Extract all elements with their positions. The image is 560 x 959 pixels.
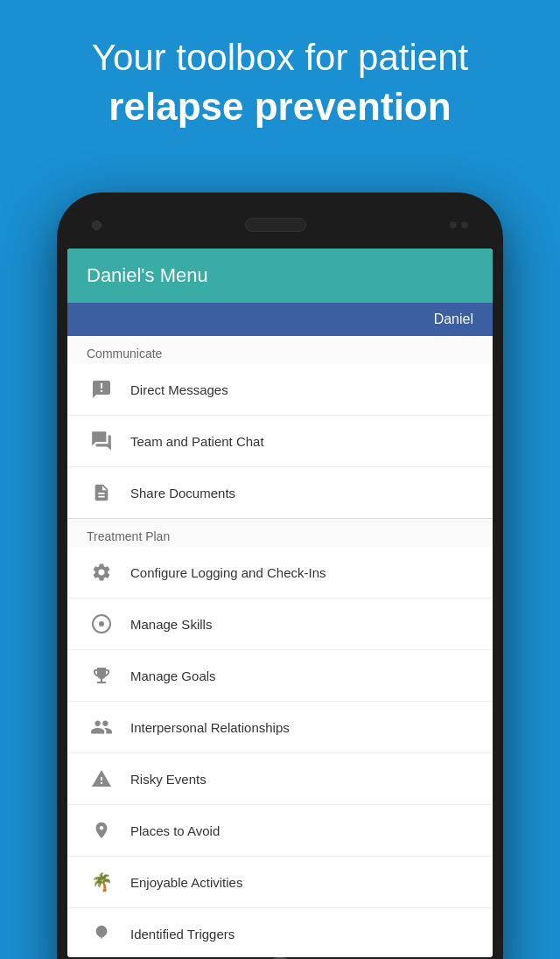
interpersonal-label: Interpersonal Relationships: [130, 720, 290, 735]
section-communicate: Communicate Direct Messages: [67, 336, 493, 519]
menu-item-team-chat[interactable]: Team and Patient Chat: [67, 416, 493, 467]
hero-line1: Your toolbox for patient: [35, 35, 525, 81]
team-chat-icon: [87, 426, 116, 456]
app-header: Daniel's Menu: [67, 248, 493, 303]
triggers-icon: [87, 919, 116, 948]
configure-logging-label: Configure Logging and Check-Ins: [130, 565, 326, 580]
goals-icon: [87, 661, 116, 690]
front-camera: [92, 220, 102, 230]
app-header-title: Daniel's Menu: [87, 264, 473, 287]
menu-item-identified-triggers[interactable]: Identified Triggers: [67, 908, 493, 957]
section-header-treatment: Treatment Plan: [67, 519, 493, 547]
risky-events-icon: [87, 764, 116, 794]
skills-icon: [87, 609, 116, 639]
configure-icon: [87, 557, 116, 587]
menu-content: Communicate Direct Messages: [67, 336, 493, 957]
speaker-grille: [245, 218, 306, 232]
manage-goals-label: Manage Goals: [130, 668, 216, 683]
svg-point-1: [99, 621, 104, 626]
section-header-communicate: Communicate: [67, 336, 493, 364]
interpersonal-icon: [87, 712, 116, 742]
share-documents-label: Share Documents: [130, 486, 235, 500]
menu-item-enjoyable-activities[interactable]: 🌴 Enjoyable Activities: [67, 857, 493, 908]
enjoyable-activities-label: Enjoyable Activities: [130, 875, 242, 890]
phone-screen: Daniel's Menu Daniel Communicate: [67, 248, 493, 957]
manage-skills-label: Manage Skills: [130, 617, 212, 632]
direct-messages-label: Direct Messages: [130, 382, 228, 397]
user-name-label: Daniel: [434, 312, 473, 326]
enjoyable-icon: 🌴: [87, 867, 116, 897]
hero-line2: relapse prevention: [35, 81, 525, 131]
direct-messages-icon: [87, 374, 116, 404]
places-icon: [87, 816, 116, 845]
menu-item-configure-logging[interactable]: Configure Logging and Check-Ins: [67, 547, 493, 598]
app-subheader: Daniel: [67, 303, 493, 336]
team-chat-label: Team and Patient Chat: [130, 434, 264, 449]
menu-item-places-avoid[interactable]: Places to Avoid: [67, 805, 493, 857]
risky-events-label: Risky Events: [130, 772, 206, 787]
places-avoid-label: Places to Avoid: [130, 823, 220, 838]
phone-outer: Daniel's Menu Daniel Communicate: [57, 192, 503, 959]
sensors: [450, 221, 468, 228]
menu-item-share-documents[interactable]: Share Documents: [67, 467, 493, 519]
share-documents-icon: [87, 478, 116, 508]
menu-item-direct-messages[interactable]: Direct Messages: [67, 364, 493, 416]
menu-item-interpersonal[interactable]: Interpersonal Relationships: [67, 702, 493, 753]
identified-triggers-label: Identified Triggers: [130, 927, 234, 942]
phone-wrapper: Daniel's Menu Daniel Communicate: [57, 192, 503, 959]
section-treatment-plan: Treatment Plan Configure Logging and Che…: [67, 519, 493, 957]
menu-item-risky-events[interactable]: Risky Events: [67, 753, 493, 805]
phone-top-bar: [67, 203, 493, 248]
menu-item-manage-goals[interactable]: Manage Goals: [67, 650, 493, 702]
menu-item-manage-skills[interactable]: Manage Skills: [67, 598, 493, 650]
hero-section: Your toolbox for patient relapse prevent…: [0, 0, 560, 149]
